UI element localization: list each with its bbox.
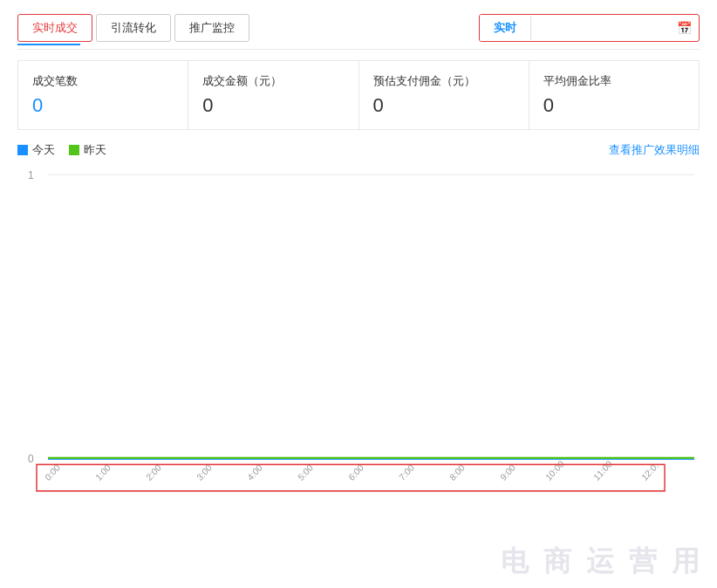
tab-traffic-conversion[interactable]: 引流转化 [96, 14, 171, 42]
legend-dot-today [17, 145, 28, 155]
stat-value-transactions: 0 [32, 94, 174, 117]
view-detail-link[interactable]: 查看推广效果明细 [609, 142, 700, 158]
svg-text:7:00: 7:00 [398, 462, 416, 482]
stat-cell-transactions: 成交笔数 0 [18, 61, 188, 129]
stat-cell-amount: 成交金额（元） 0 [188, 61, 358, 129]
date-control-group: 实时 📅 [479, 14, 700, 42]
legend-label-yesterday: 昨天 [84, 142, 106, 158]
main-tabs: 实时成交 引流转化 推广监控 [17, 14, 249, 42]
svg-text:5:00: 5:00 [297, 462, 315, 482]
svg-text:1: 1 [28, 168, 34, 181]
tab-realtime-transaction[interactable]: 实时成交 [17, 14, 92, 42]
legend-today: 今天 [17, 142, 55, 158]
stat-cell-commission: 预估支付佣金（元） 0 [359, 61, 529, 129]
svg-text:3:00: 3:00 [195, 462, 214, 482]
realtime-btn[interactable]: 实时 [480, 15, 530, 41]
tab-active-indicator [17, 44, 80, 45]
stat-value-amount: 0 [202, 94, 344, 117]
stat-label-transactions: 成交笔数 [32, 73, 174, 89]
legend-row: 今天 昨天 查看推广效果明细 [17, 142, 700, 158]
stat-label-amount: 成交金额（元） [202, 73, 344, 89]
custom-date-input[interactable] [530, 17, 670, 40]
svg-text:2:00: 2:00 [145, 462, 163, 482]
watermark: 电 商 运 营 用 [487, 536, 717, 588]
svg-text:4:00: 4:00 [246, 462, 264, 482]
stat-label-commission: 预估支付佣金（元） [373, 73, 515, 89]
legend-label-today: 今天 [32, 142, 55, 158]
main-container: 实时成交 引流转化 推广监控 实时 📅 成交笔数 0 成交金额（元） 0 预估支… [0, 0, 717, 588]
legend-dot-yesterday [69, 145, 79, 155]
stat-value-commission-rate: 0 [543, 94, 685, 117]
svg-text:10:00: 10:00 [544, 459, 566, 482]
svg-text:8:00: 8:00 [448, 462, 467, 482]
legend-yesterday: 昨天 [69, 142, 106, 158]
svg-text:6:00: 6:00 [347, 462, 365, 482]
stats-row: 成交笔数 0 成交金额（元） 0 预估支付佣金（元） 0 平均佣金比率 0 [17, 60, 700, 130]
svg-text:11:00: 11:00 [592, 459, 614, 482]
chart-svg: 1 0 0:00 1:00 2:00 3:00 4:00 5:00 6:00 7… [17, 161, 700, 493]
svg-text:1:00: 1:00 [94, 462, 113, 482]
stat-value-commission: 0 [373, 94, 515, 117]
tab-promotion-monitor[interactable]: 推广监控 [174, 14, 249, 42]
svg-text:9:00: 9:00 [499, 462, 517, 482]
stat-cell-commission-rate: 平均佣金比率 0 [529, 61, 699, 129]
divider [17, 49, 700, 50]
chart-area: 1 0 0:00 1:00 2:00 3:00 4:00 5:00 6:00 7… [17, 161, 700, 493]
tab-bar: 实时成交 引流转化 推广监控 实时 📅 [17, 14, 700, 42]
stat-label-commission-rate: 平均佣金比率 [543, 73, 685, 89]
legend-group: 今天 昨天 [17, 142, 106, 158]
calendar-icon: 📅 [670, 16, 699, 40]
svg-text:0: 0 [28, 453, 34, 466]
svg-text:0:00: 0:00 [44, 462, 62, 482]
